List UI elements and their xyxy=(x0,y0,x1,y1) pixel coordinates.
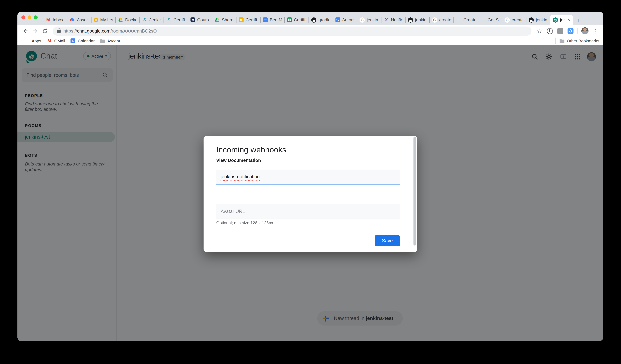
google-calendar-icon: 17 xyxy=(71,38,75,43)
reload-button[interactable] xyxy=(40,26,49,35)
tab-jenkins[interactable]: Gjenkins xyxy=(357,15,381,25)
tab-jenkins[interactable]: SJenkins xyxy=(139,15,163,25)
bookmark-label: Apps xyxy=(32,38,41,43)
minimize-window-button[interactable] xyxy=(28,16,31,19)
view-documentation-link[interactable]: View Documentation xyxy=(216,158,261,163)
tab-strip-tabs: MInbox (AssociMy LeaDockerSJenkinsSCerti… xyxy=(43,12,573,25)
tab-label: My Lea xyxy=(100,17,112,22)
avatar-url-input[interactable] xyxy=(221,209,396,214)
tab-my-lea[interactable]: My Lea xyxy=(91,15,115,25)
google-g-icon: G xyxy=(432,17,437,22)
traffic-lights xyxy=(21,16,37,19)
tab-jen[interactable]: @jen✕ xyxy=(550,15,573,25)
swirl-extension-button[interactable] xyxy=(566,26,575,36)
profile-button[interactable] xyxy=(580,26,590,36)
t-extension-button[interactable]: T xyxy=(555,26,565,36)
tab-course[interactable]: Course xyxy=(188,15,212,25)
url-text: https://chat.google.com/room/AAAAmnBG2sQ xyxy=(63,29,157,33)
teal-s-icon: S xyxy=(142,17,147,22)
tab-label: jenkins xyxy=(367,17,378,22)
tab-label: Ben M xyxy=(270,17,281,22)
other-bookmarks[interactable]: Other Bookmarks xyxy=(554,38,599,44)
tab-create[interactable]: Gcreate xyxy=(429,15,453,25)
google-cloud-icon xyxy=(70,17,75,22)
tab-label: Associ xyxy=(77,17,88,22)
webhook-name-value: jenkins-notification xyxy=(221,174,260,179)
dialog-title: Incoming webhooks xyxy=(216,145,286,154)
close-window-button[interactable] xyxy=(21,16,25,19)
yellow-ring-icon xyxy=(94,17,98,22)
tab-label: Jenkins xyxy=(149,17,161,22)
tab-associ[interactable]: Associ xyxy=(67,15,91,25)
tab-label: Certifi xyxy=(245,17,258,22)
github-icon xyxy=(529,17,534,22)
blue-x-icon: X xyxy=(384,17,389,22)
browser-menu-button[interactable]: ⋮ xyxy=(590,26,600,36)
tab-label: Shared xyxy=(222,17,233,22)
bookmark-ascent[interactable]: Ascent xyxy=(98,37,123,44)
google-calendar-icon: 17 xyxy=(335,17,340,22)
bookmark-label: GMail xyxy=(54,38,65,43)
tab-label: Get St xyxy=(487,17,499,22)
close-tab-icon[interactable]: ✕ xyxy=(567,18,570,22)
google-sheets-icon xyxy=(287,17,292,22)
tab-label: Autom xyxy=(342,17,354,22)
tab-strip: MInbox (AssociMy LeaDockerSJenkinsSCerti… xyxy=(17,12,603,25)
forward-button[interactable] xyxy=(31,26,40,35)
avatar-url-field xyxy=(216,204,400,219)
github-icon xyxy=(311,17,316,22)
folder-icon xyxy=(100,39,105,43)
lock-icon xyxy=(57,30,61,33)
tab-jenkins[interactable]: jenkins xyxy=(526,15,550,25)
folder-icon xyxy=(560,39,565,43)
bookmark-label: Calendar xyxy=(78,38,95,43)
webhook-name-input[interactable]: jenkins-notification xyxy=(216,170,400,185)
tab-jenkins[interactable]: jenkins xyxy=(405,15,429,25)
avatar-hint-text: Optional; min size 128 x 128px xyxy=(216,220,273,225)
tab-label: Notific xyxy=(391,17,402,22)
google-slides-icon xyxy=(239,17,244,22)
tab-create[interactable]: Create xyxy=(453,15,478,25)
incoming-webhooks-dialog: Incoming webhooks View Documentation jen… xyxy=(204,136,417,252)
tab-label: Docker xyxy=(125,17,137,22)
bookmark-star-button[interactable]: ☆ xyxy=(535,26,544,36)
bookmark-apps[interactable]: Apps xyxy=(21,37,44,44)
tab-notific[interactable]: XNotific xyxy=(381,15,405,25)
bookmark-label: Ascent xyxy=(107,38,120,43)
gmail-icon: M xyxy=(47,38,52,43)
tab-gradle[interactable]: gradle xyxy=(309,15,333,25)
t-extension-icon: T xyxy=(557,28,563,34)
tab-ben-m[interactable]: Ben M xyxy=(260,15,284,25)
slack-icon xyxy=(480,17,485,22)
tab-certifi[interactable]: SCertifi xyxy=(163,15,188,25)
tab-label: jenkins xyxy=(415,17,427,22)
tab-shared[interactable]: Shared xyxy=(212,15,236,25)
bookmarks-divider xyxy=(555,38,556,44)
bookmark-gmail[interactable]: MGMail xyxy=(44,37,68,44)
browser-window: MInbox (AssociMy LeaDockerSJenkinsSCerti… xyxy=(17,12,603,341)
save-button[interactable]: Save xyxy=(375,235,400,246)
google-docs-icon xyxy=(263,17,268,22)
profile-avatar xyxy=(581,27,589,35)
tab-certifi[interactable]: Certifi xyxy=(236,15,260,25)
tab-certifi[interactable]: Certifi xyxy=(284,15,309,25)
gmail-icon: M xyxy=(46,17,51,22)
other-bookmarks-label: Other Bookmarks xyxy=(567,38,599,43)
back-button[interactable] xyxy=(20,26,30,35)
swirl-extension-icon xyxy=(567,28,573,34)
zoom-window-button[interactable] xyxy=(34,16,37,19)
new-tab-button[interactable]: + xyxy=(573,15,583,25)
apps-grid-icon xyxy=(24,38,29,43)
dialog-scrollbar[interactable] xyxy=(413,137,416,245)
address-bar[interactable]: https://chat.google.com/room/AAAAmnBG2sQ xyxy=(53,26,532,35)
bookmark-calendar[interactable]: 17Calendar xyxy=(68,37,98,44)
tab-create[interactable]: Gcreate xyxy=(502,15,526,25)
tab-label: Certifi xyxy=(173,17,185,22)
toolbar-divider xyxy=(577,28,578,34)
tab-inbox-[interactable]: MInbox ( xyxy=(43,15,67,25)
tab-get-st[interactable]: Get St xyxy=(478,15,502,25)
tab-autom[interactable]: 17Autom xyxy=(333,15,357,25)
onepassword-extension-button[interactable] xyxy=(545,26,554,36)
tab-docker[interactable]: Docker xyxy=(115,15,139,25)
tab-label: create xyxy=(439,17,451,22)
